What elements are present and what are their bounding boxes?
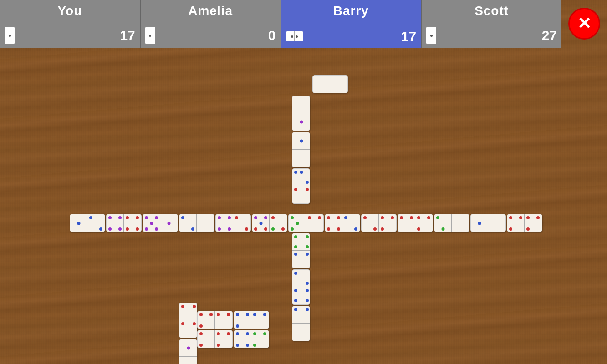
domino-half bbox=[292, 169, 311, 186]
close-button[interactable]: ✕ bbox=[568, 8, 600, 40]
domino-half bbox=[289, 214, 306, 233]
domino-half bbox=[215, 311, 232, 329]
domino-half bbox=[330, 76, 347, 94]
domino-tile bbox=[197, 330, 233, 348]
domino-tile bbox=[507, 214, 542, 232]
domino-half bbox=[107, 214, 123, 233]
game-board bbox=[0, 48, 607, 364]
domino-half bbox=[70, 214, 87, 233]
domino-tile bbox=[215, 214, 251, 232]
domino-half bbox=[292, 150, 311, 167]
domino-half bbox=[216, 214, 233, 233]
domino-tile bbox=[292, 306, 310, 341]
domino-half bbox=[292, 306, 311, 323]
domino-half bbox=[306, 214, 323, 233]
domino-half bbox=[292, 96, 311, 113]
domino-tile bbox=[398, 214, 433, 232]
domino-half bbox=[234, 330, 251, 349]
domino-half bbox=[434, 214, 451, 233]
domino-half bbox=[198, 330, 214, 349]
domino-half bbox=[215, 330, 232, 349]
domino-tile bbox=[361, 214, 397, 232]
domino-half bbox=[292, 287, 311, 304]
domino-half bbox=[415, 214, 432, 233]
domino-half bbox=[179, 357, 198, 364]
domino-half bbox=[124, 214, 141, 233]
player-panel-you: You 17 bbox=[0, 0, 141, 48]
domino-half bbox=[292, 324, 311, 340]
player-name-amelia: Amelia bbox=[188, 4, 233, 18]
player-name-scott: Scott bbox=[474, 4, 509, 18]
domino-half bbox=[179, 339, 198, 356]
domino-half bbox=[198, 311, 214, 329]
domino-half bbox=[398, 214, 415, 233]
player-name-barry: Barry bbox=[333, 4, 369, 18]
scoreboard-header: You 17 Amelia 0 Barry 17 Scott bbox=[0, 0, 607, 48]
domino-half bbox=[362, 214, 378, 233]
domino-half bbox=[292, 186, 311, 203]
domino-tile bbox=[179, 214, 214, 232]
player-score-scott: 27 bbox=[542, 28, 557, 43]
domino-half bbox=[251, 330, 268, 349]
domino-half bbox=[379, 214, 396, 233]
domino-tile bbox=[179, 339, 197, 364]
domino-icon-you bbox=[5, 27, 15, 44]
domino-half bbox=[471, 214, 488, 233]
domino-half bbox=[313, 76, 330, 94]
domino-half bbox=[179, 303, 198, 320]
domino-tile bbox=[252, 214, 287, 232]
domino-half bbox=[251, 311, 268, 329]
domino-half bbox=[233, 214, 250, 233]
domino-tile bbox=[288, 214, 324, 232]
close-icon: ✕ bbox=[577, 15, 591, 32]
domino-tile bbox=[434, 214, 469, 232]
domino-tile bbox=[292, 233, 310, 268]
domino-half bbox=[234, 311, 251, 329]
domino-half bbox=[292, 132, 311, 149]
domino-half bbox=[252, 214, 269, 233]
domino-tile bbox=[325, 214, 360, 232]
domino-tile bbox=[179, 303, 197, 338]
domino-tile bbox=[106, 214, 142, 232]
domino-half bbox=[525, 214, 541, 233]
domino-half bbox=[160, 214, 177, 233]
domino-tile bbox=[234, 330, 269, 348]
domino-half bbox=[342, 214, 359, 233]
domino-half bbox=[197, 214, 214, 233]
domino-icon-scott bbox=[426, 27, 436, 44]
domino-half bbox=[292, 113, 311, 130]
domino-half bbox=[507, 214, 524, 233]
player-panel-barry: Barry 17 bbox=[281, 0, 422, 48]
domino-half bbox=[292, 270, 311, 287]
domino-half bbox=[179, 214, 196, 233]
player-score-you: 17 bbox=[120, 28, 135, 43]
domino-tile bbox=[292, 132, 310, 167]
player-score-barry: 17 bbox=[401, 29, 416, 44]
domino-half bbox=[325, 214, 342, 233]
domino-tile bbox=[292, 96, 310, 131]
domino-half bbox=[292, 251, 311, 268]
domino-tile bbox=[312, 75, 348, 93]
player-panel-scott: Scott 27 bbox=[422, 0, 561, 48]
domino-half bbox=[292, 233, 311, 250]
player-name-you: You bbox=[57, 4, 82, 18]
domino-tile bbox=[197, 311, 233, 329]
domino-half bbox=[270, 214, 286, 233]
domino-tile bbox=[143, 214, 178, 232]
domino-tile bbox=[292, 168, 310, 204]
player-panel-amelia: Amelia 0 bbox=[141, 0, 281, 48]
domino-half bbox=[87, 214, 104, 233]
domino-tile bbox=[234, 311, 269, 329]
domino-half bbox=[452, 214, 469, 233]
domino-icon-barry bbox=[286, 31, 303, 41]
domino-half bbox=[143, 214, 160, 233]
domino-icon-amelia bbox=[145, 27, 155, 44]
player-score-amelia: 0 bbox=[268, 28, 276, 43]
domino-tile bbox=[470, 214, 506, 232]
domino-half bbox=[179, 320, 198, 337]
domino-tile bbox=[292, 269, 310, 305]
domino-half bbox=[488, 214, 505, 233]
domino-tile bbox=[70, 214, 105, 232]
